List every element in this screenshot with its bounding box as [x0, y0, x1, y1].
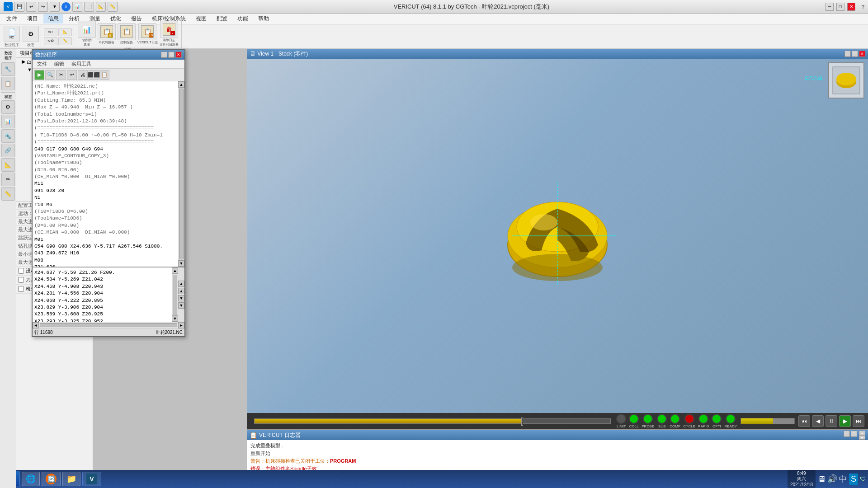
label-ready: READY [724, 424, 737, 428]
tray-sound[interactable]: 🔊 [827, 474, 837, 484]
proj-btn7[interactable]: 📐 [1, 158, 15, 172]
quick-dropdown-btn[interactable]: ▼ [50, 2, 60, 12]
nc2-scroll-up[interactable]: ▲ [172, 267, 178, 274]
scroll-up[interactable]: ▲ [178, 81, 184, 88]
proj-btn8[interactable]: ✏ [1, 173, 15, 186]
log-arrow-down[interactable]: ▼ [859, 435, 865, 440]
nc-scroll-right[interactable]: ► [178, 322, 184, 328]
toolbar-simulate-section: fx↕ fx⚙ 📐 📏 [42, 25, 74, 47]
cb-spindle[interactable] [18, 277, 24, 283]
view-minimize-btn[interactable]: ─ [844, 51, 851, 57]
menu-project[interactable]: 项目 [23, 14, 42, 23]
nc-scrollbar[interactable]: ▲ ▼ [178, 81, 184, 267]
progress-thumb[interactable] [521, 418, 523, 426]
pause-btn[interactable]: ⏸ [826, 415, 837, 427]
menu-view[interactable]: 视图 [191, 14, 211, 23]
nc-restore-btn[interactable]: □ [168, 52, 175, 58]
view-close-btn[interactable]: ✕ [859, 51, 865, 57]
nc-minimize-btn[interactable]: ─ [161, 52, 167, 58]
log-restore-btn[interactable]: □ [851, 431, 857, 437]
nc-refresh-btn[interactable]: ↩ [67, 70, 77, 80]
quick-btn3[interactable]: ⬜ [84, 2, 94, 12]
nc2-arrow-mid1[interactable]: ▲ [178, 288, 184, 294]
sim-btn2[interactable]: fx⚙ [44, 37, 57, 45]
taskbar-explorer[interactable]: 📁 [62, 472, 80, 486]
scroll-thumb[interactable] [179, 89, 184, 259]
nc2-scroll-thumb[interactable] [173, 275, 177, 314]
nc2-arrow-down[interactable]: ▼ [178, 302, 184, 309]
nc-program-btn[interactable]: 📄 NC [4, 26, 20, 42]
nc-menu-edit[interactable]: 编辑 [52, 60, 67, 68]
proj-btn6[interactable]: 🔗 [1, 144, 15, 157]
tray-antivirus[interactable]: 🛡 [860, 475, 866, 483]
quick-btn5[interactable]: 📏 [108, 2, 118, 12]
quick-redo-btn[interactable]: ↪ [38, 2, 48, 12]
menu-function[interactable]: 功能 [233, 14, 253, 23]
nc-text-area2[interactable]: X24.637 Y-5.59 Z21.26 F200. X24.584 Y-5.… [33, 267, 172, 322]
tray-input[interactable]: 中 [839, 474, 847, 484]
close-btn[interactable]: ✕ [847, 3, 855, 11]
play-reverse-btn[interactable]: ◀ [812, 415, 824, 427]
help-btn[interactable]: ? [862, 4, 864, 9]
nc-print-btn[interactable]: 🖨 [78, 70, 88, 80]
tray-s[interactable]: S [849, 474, 858, 485]
proj-btn2[interactable]: 📋 [1, 77, 15, 90]
proj-btn1[interactable]: 🔧 [1, 62, 15, 76]
vericut-log-btn[interactable]: 📋 LG [138, 23, 156, 40]
status-btn[interactable]: ⚙ [23, 26, 39, 42]
proj-btn3[interactable]: ⚙ [1, 100, 15, 114]
menu-info[interactable]: 信息 [43, 14, 63, 23]
nc2-scroll-down[interactable]: ▼ [172, 315, 178, 322]
scroll-down[interactable]: ▼ [178, 260, 184, 267]
nc-search-btn[interactable]: 🔍 [45, 70, 55, 80]
nc-copy-btn[interactable]: 📋 [99, 70, 109, 80]
proj-btn9[interactable]: 📏 [1, 187, 15, 201]
sim-btn4[interactable]: 📏 [58, 37, 72, 45]
taskbar-vericut[interactable]: V [82, 472, 101, 486]
nc-menu-tools[interactable]: 实用工具 [69, 60, 94, 68]
sim-btn3[interactable]: 📐 [58, 28, 72, 36]
taskbar-refresh[interactable]: 🔄 [42, 472, 61, 486]
proj-btn4[interactable]: 📊 [1, 115, 15, 128]
menu-file[interactable]: 文件 [2, 14, 22, 23]
menu-config[interactable]: 配置 [212, 14, 232, 23]
play-forward-btn[interactable]: ▶ [839, 415, 851, 427]
taskbar-ie[interactable]: 🌐 [22, 472, 40, 486]
view-restore-btn[interactable]: □ [852, 51, 858, 57]
play-to-start-btn[interactable]: ⏮ [798, 415, 810, 427]
nc2-scrollbar[interactable]: ▲ ▼ [172, 267, 178, 322]
nc-cut-btn[interactable]: ✂ [56, 70, 66, 80]
quick-btn2[interactable]: 📊 [72, 2, 82, 12]
gcode-report-btn[interactable]: 📋 G [98, 23, 116, 40]
quick-btn4[interactable]: 📐 [96, 2, 106, 12]
quick-undo-btn[interactable]: ↩ [26, 2, 36, 12]
nc-menu-file[interactable]: 文件 [34, 60, 50, 68]
nc-text-area[interactable]: (NC_Name: 叶轮2021.nc) (Part_Name:叶轮2021.p… [33, 81, 178, 267]
minimize-btn[interactable]: ─ [826, 3, 834, 11]
play-to-end-btn[interactable]: ⏭ [853, 415, 864, 427]
nc-open-btn[interactable]: ▶ [34, 70, 44, 80]
progress-bar[interactable] [254, 418, 611, 424]
log-arrow-up[interactable]: ▲ [859, 431, 865, 435]
nc2-arrow-up[interactable]: ▲ [178, 281, 184, 287]
nc-close-btn[interactable]: ✕ [175, 52, 182, 58]
cb-spindledir[interactable] [18, 286, 24, 292]
sim-btn1[interactable]: fx↕ [44, 28, 57, 36]
clear-log-btn[interactable]: 🗑 ✕ [160, 21, 178, 38]
nc2-arrow-mid2[interactable]: ▼ [178, 295, 184, 301]
nc-scroll-left[interactable]: ◄ [33, 322, 39, 328]
proj-btn5[interactable]: 🔩 [1, 129, 15, 143]
control-report-btn[interactable]: 📋 [118, 23, 136, 40]
info-btn[interactable]: ℹ [61, 2, 71, 11]
speed-slider[interactable] [741, 418, 795, 424]
menu-help[interactable]: 帮助 [254, 14, 274, 23]
log-minimize-btn[interactable]: ─ [844, 431, 850, 437]
nc-label: 数控程序 [5, 51, 12, 61]
quick-save-btn[interactable]: 💾 [14, 2, 24, 12]
maximize-btn[interactable]: □ [836, 3, 844, 11]
cut-sim-btn[interactable]: 📊 [78, 21, 96, 38]
cb-notdynamic[interactable] [18, 268, 24, 274]
tray-network[interactable]: 🖥 [817, 474, 826, 484]
nc-split-btn[interactable]: ⬛⬛ [89, 70, 99, 80]
nc-h-thumb[interactable] [40, 323, 177, 327]
